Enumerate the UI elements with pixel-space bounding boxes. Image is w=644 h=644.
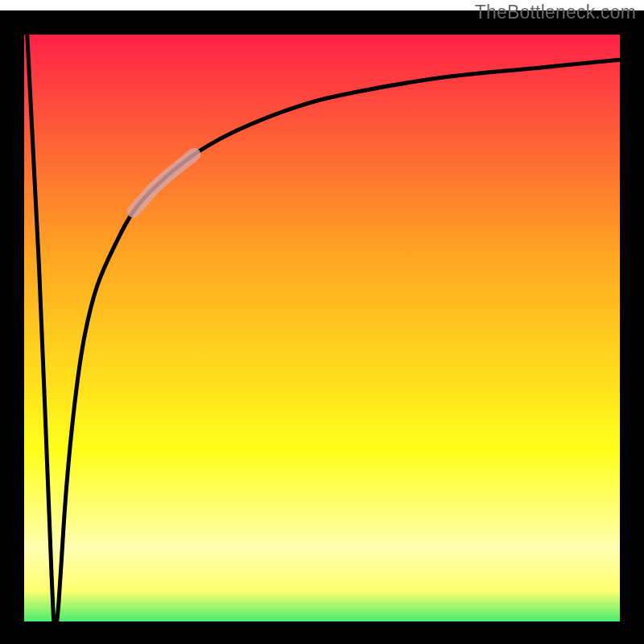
bottleneck-chart (0, 0, 644, 644)
plot-background (12, 23, 632, 634)
chart-container: { "watermark": { "text": "TheBottleneck.… (0, 0, 644, 644)
watermark-text: TheBottleneck.com (475, 2, 636, 23)
